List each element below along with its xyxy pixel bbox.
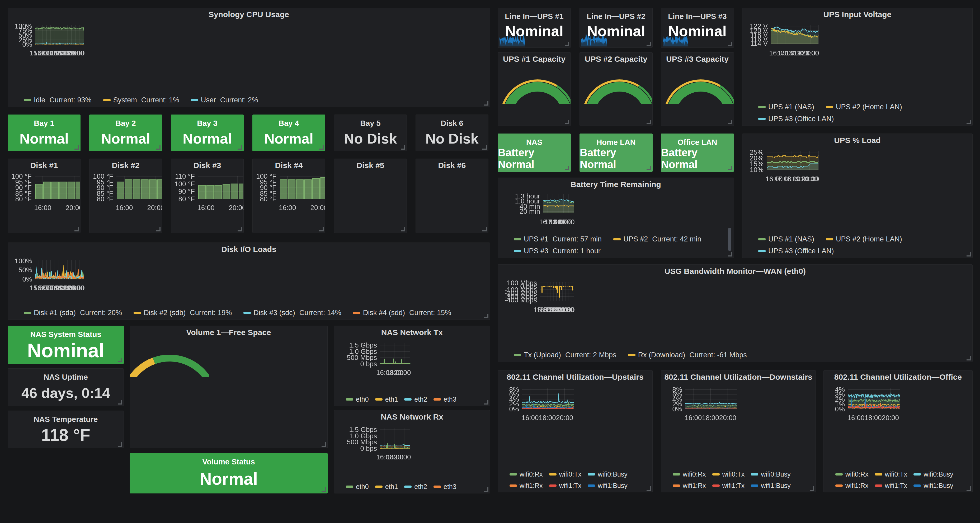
panel-title[interactable]: 802.11 Channel Utilization—Upstairs [498,373,652,382]
battery-time-chart[interactable] [499,189,578,229]
panel-title[interactable]: Disk I/O Loads [8,245,490,254]
panel-resize-handle[interactable] [647,120,651,124]
legend-item[interactable]: Disk #1 (sda)Current: 20% [24,309,122,317]
panel-resize-handle[interactable] [647,486,651,491]
panel-title[interactable]: 802.11 Channel Utilization—Office [824,373,972,382]
panel-title[interactable]: NAS [498,138,571,147]
panel-resize-handle[interactable] [484,101,488,105]
panel-title[interactable]: Disk #1 [8,161,80,170]
panel-title[interactable]: Battery Time Remaining [498,180,734,189]
panel-title[interactable]: Volume Status [130,458,328,466]
panel-title[interactable]: Disk #2 [89,161,162,170]
panel-title[interactable]: Bay 5 [334,119,407,128]
panel-title[interactable]: USG Bandwidth Monitor—WAN (eth0) [498,267,972,276]
panel-title[interactable]: NAS Uptime [8,373,124,382]
panel-resize-handle[interactable] [810,486,814,491]
panel-title[interactable]: Bay 3 [171,119,243,128]
panel-title[interactable]: Synology CPU Usage [8,10,490,19]
panel-resize-handle[interactable] [647,42,651,46]
panel-resize-handle[interactable] [75,145,79,149]
panel-resize-handle[interactable] [967,356,971,361]
legend-item[interactable]: wifi0:Tx [712,471,745,478]
legend-item[interactable]: wifi0:Rx [673,471,706,478]
legend-item[interactable]: wifi0:Tx [875,471,907,478]
usg-bandwidth-chart[interactable] [499,277,578,316]
legend-item[interactable]: eth0 [346,396,369,403]
legend-item[interactable]: UserCurrent: 2% [191,96,258,104]
legend-item[interactable]: eth1 [375,396,398,403]
panel-title[interactable]: Disk #6 [416,161,488,170]
panel-resize-handle[interactable] [647,166,651,170]
panel-title[interactable]: Disk 6 [416,119,488,128]
panel-resize-handle[interactable] [482,145,487,149]
legend-item[interactable]: wifi1:Busy [751,482,791,490]
legend-item[interactable]: wifi1:Rx [509,482,543,490]
legend-item[interactable]: UPS #2Current: 42 min [613,235,701,243]
legend-item[interactable]: wifi0:Busy [751,471,791,478]
legend-item[interactable]: wifi0:Rx [835,471,869,478]
legend-item[interactable]: Disk #3 (sdc)Current: 14% [243,309,341,317]
panel-resize-handle[interactable] [401,145,405,149]
panel-title[interactable]: Volume 1—Free Space [130,328,328,337]
legend-item[interactable]: Tx (Upload)Current: 2 Mbps [514,351,616,359]
legend-item[interactable]: eth2 [404,396,427,403]
panel-title[interactable]: NAS Temperature [8,415,124,424]
panel-resize-handle[interactable] [728,166,732,170]
panel-title[interactable]: 802.11 Channel Utilization—Downstairs [661,373,816,382]
panel-resize-handle[interactable] [565,42,569,46]
panel-title[interactable]: NAS System Status [8,330,124,339]
disk-1-temp-chart[interactable] [8,172,81,211]
legend-item[interactable]: IdleCurrent: 93% [24,96,92,104]
panel-resize-handle[interactable] [728,120,732,124]
legend-item[interactable]: wifi0:Busy [913,471,953,478]
panel-resize-handle[interactable] [238,145,242,149]
disk-3-temp-chart[interactable] [172,172,244,211]
panel-resize-handle[interactable] [401,227,405,231]
legend-item[interactable]: SystemCurrent: 1% [103,96,179,104]
ups-3-capacity-gauge[interactable] [661,64,734,104]
panel-resize-handle[interactable] [118,442,122,447]
panel-title[interactable]: Bay 1 [8,119,80,128]
panel-resize-handle[interactable] [319,227,324,231]
panel-title[interactable]: Home LAN [580,138,652,147]
legend-item[interactable]: Rx (Download)Current: -61 Mbps [628,351,747,359]
panel-resize-handle[interactable] [118,400,122,405]
panel-resize-handle[interactable] [156,145,161,149]
legend-item[interactable]: wifi1:Tx [712,482,745,490]
panel-title[interactable]: NAS Network Tx [334,328,490,337]
wifi-downstairs-chart[interactable] [662,383,741,423]
legend-item[interactable]: wifi1:Busy [913,482,953,490]
panel-title[interactable]: Bay 2 [89,119,162,128]
panel-resize-handle[interactable] [482,227,487,231]
disk-io-chart[interactable] [9,255,88,294]
legend-item[interactable]: UPS #2 (Home LAN) [826,235,902,243]
panel-title[interactable]: Line In—UPS #3 [661,12,734,21]
legend-item[interactable]: wifi1:Busy [588,482,628,490]
panel-title[interactable]: Disk #3 [171,161,243,170]
legend-item[interactable]: wifi1:Tx [875,482,907,490]
disk-2-temp-chart[interactable] [90,172,162,211]
panel-resize-handle[interactable] [484,314,488,318]
panel-resize-handle[interactable] [728,42,732,46]
legend-item[interactable]: eth3 [433,396,457,403]
cpu-usage-chart[interactable] [9,20,88,60]
legend-item[interactable]: wifi0:Tx [549,471,582,478]
legend-item[interactable]: wifi1:Rx [673,482,706,490]
legend-item[interactable]: eth0 [346,483,369,491]
panel-resize-handle[interactable] [484,487,488,492]
legend-item[interactable]: eth1 [375,483,398,491]
panel-title[interactable]: UPS #1 Capacity [498,55,571,64]
panel-resize-handle[interactable] [967,486,971,491]
panel-title[interactable]: Disk #5 [334,161,407,170]
legend-item[interactable]: UPS #1Current: 57 min [514,235,602,243]
panel-resize-handle[interactable] [238,227,242,231]
panel-title[interactable]: Office LAN [661,138,734,147]
panel-title[interactable]: UPS #2 Capacity [580,55,652,64]
nas-network-rx-chart[interactable] [335,423,415,462]
panel-resize-handle[interactable] [484,400,488,405]
panel-title[interactable]: NAS Network Rx [334,412,490,421]
legend-item[interactable]: UPS #1 (NAS) [758,235,814,243]
wifi-office-chart[interactable] [825,383,904,423]
panel-resize-handle[interactable] [565,120,569,124]
legend-item[interactable]: Disk #2 (sdb)Current: 19% [134,309,232,317]
